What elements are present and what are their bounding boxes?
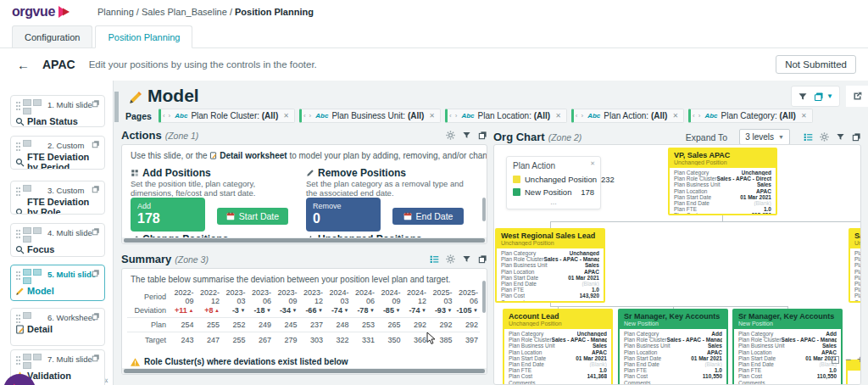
chevron-down-icon[interactable]: ▼ — [826, 92, 833, 100]
copy-icon[interactable] — [92, 227, 100, 236]
prev-page-icon[interactable]: ‹ — [449, 112, 452, 120]
drag-handle-icon[interactable] — [16, 142, 18, 144]
next-page-icon[interactable]: › — [455, 112, 458, 120]
breadcrumb-segment[interactable]: Planning — [97, 7, 134, 17]
back-arrow-icon[interactable]: ← — [17, 58, 30, 72]
org-position-card[interactable]: Sr Manager, Key AccountsNew PositionPlan… — [618, 309, 728, 385]
org-card-field: Plan CategoryUnchanged — [509, 331, 607, 337]
page-filter-plan-action-[interactable]: ‹›AbcPlan Action: (All)✕ — [571, 109, 684, 123]
end-date-button[interactable]: End Date — [392, 208, 464, 225]
org-position-card[interactable]: VP, Sales APACUnchanged PositionPlan Cat… — [668, 148, 777, 215]
next-page-icon[interactable]: › — [581, 112, 584, 120]
close-icon[interactable]: ✕ — [672, 112, 678, 120]
summary-cell: 254 — [168, 321, 194, 329]
sidebar-slide-focus[interactable]: 4. Multi slideFocus — [10, 223, 105, 257]
org-position-card[interactable]: West Regional Sales LeadUnchanged Positi… — [495, 228, 605, 303]
expand-levels-dropdown[interactable]: 3 levels▼ — [739, 129, 790, 145]
org-card-field: Plan Start Date01 Mar 2021 — [738, 355, 837, 361]
gear-icon[interactable] — [820, 132, 829, 142]
copy-icon[interactable] — [92, 99, 100, 108]
drag-handle-icon[interactable] — [16, 315, 18, 316]
org-card-field: Plan Cost143,920 — [501, 293, 599, 299]
legend-item[interactable]: Unchanged Position232 — [513, 175, 594, 184]
filter-icon[interactable] — [836, 132, 845, 142]
deviation-down-icon: ▼ — [471, 308, 478, 313]
filter-icon[interactable] — [462, 254, 471, 264]
close-icon[interactable]: ✕ — [429, 112, 435, 120]
status-badge[interactable]: Not Submitted — [776, 55, 856, 74]
page-filter-plan-location-[interactable]: ‹›AbcPlan Location: (All)✕ — [445, 109, 567, 123]
list-icon[interactable] — [430, 254, 439, 264]
org-card-header: West Regional Sales LeadUnchanged Positi… — [497, 230, 604, 248]
drag-handle-icon[interactable] — [16, 187, 18, 189]
breadcrumb-segment[interactable]: Sales Plan_Baseline — [142, 7, 227, 17]
export-button[interactable] — [846, 86, 868, 107]
zoom-in-button[interactable]: + — [857, 355, 861, 364]
sidebar-slide-fte-deviation-by-role-clusters[interactable]: 3. CustomFTE Deviation by Role Clusters — [10, 181, 105, 215]
next-page-icon[interactable]: › — [169, 112, 171, 120]
prev-page-icon[interactable]: ‹ — [163, 112, 165, 120]
summary-row-plan: Plan254255252249245237248253265292292292 — [127, 318, 480, 332]
copy-icon[interactable] — [478, 254, 487, 264]
prev-page-icon[interactable]: ‹ — [693, 112, 695, 120]
org-position-card[interactable]: Sr Manager, Key AccountsNew PositionPlan… — [732, 309, 843, 385]
close-icon[interactable]: ✕ — [555, 112, 561, 120]
sidebar-slide-plan-status[interactable]: 1. Multi slidePlan Status — [10, 95, 105, 127]
summary-cell: 2023-12 — [298, 288, 324, 305]
orgvue-logo[interactable]: orgvue — [12, 4, 70, 20]
gear-icon[interactable] — [446, 254, 455, 264]
close-icon[interactable]: ✕ — [590, 160, 595, 167]
sidebar-slide-model[interactable]: 5. Multi slideModel — [10, 265, 105, 301]
horizontal-scrollbar[interactable] — [122, 368, 487, 374]
detail-worksheet-link[interactable]: Detail worksheet — [220, 151, 287, 160]
horizontal-scrollbar[interactable] — [122, 237, 487, 243]
close-icon[interactable]: ✕ — [283, 112, 289, 120]
summary-cell: -18 ▼ — [246, 306, 272, 315]
copy-icon[interactable] — [92, 269, 100, 277]
tab-configuration[interactable]: Configuration — [12, 25, 92, 47]
close-icon[interactable]: ✕ — [801, 112, 807, 120]
page-filter-plan-role-cluster-[interactable]: ‹›AbcPlan Role Cluster: (All)✕ — [159, 109, 295, 123]
slides-layers-icon[interactable] — [814, 92, 824, 102]
next-page-icon[interactable]: › — [698, 112, 701, 120]
org-position-card[interactable]: Account LeadUnchanged PositionPlan Categ… — [503, 309, 613, 385]
gear-icon[interactable] — [446, 131, 455, 140]
vertical-scrollbar[interactable] — [482, 281, 486, 313]
legend-item[interactable]: New Position178 — [513, 187, 594, 197]
sidebar-slide-detail[interactable]: 6. WorksheetDetail — [10, 308, 105, 346]
page-filter-plan-business-unit-[interactable]: ‹›AbcPlan Business Unit: (All)✕ — [299, 109, 441, 123]
summary-cell: 255 — [220, 336, 246, 344]
copy-icon[interactable] — [92, 312, 100, 321]
drag-handle-icon[interactable] — [16, 230, 18, 232]
drag-handle-icon[interactable] — [16, 102, 18, 103]
copy-icon[interactable] — [92, 185, 100, 193]
next-page-icon[interactable]: › — [309, 112, 312, 120]
prev-page-icon[interactable]: ‹ — [303, 112, 306, 120]
start-date-button[interactable]: Start Date — [217, 208, 288, 225]
org-position-card[interactable]: SalesUnchangedPlan CategoryPlan Role Clu… — [849, 228, 861, 303]
slide-title-row: Focus — [15, 244, 100, 254]
tab-position-planning[interactable]: Position Planning — [95, 25, 192, 48]
drag-handle-icon[interactable] — [16, 271, 18, 273]
legend-more[interactable]: ... — [513, 200, 594, 207]
scroll-accent-bar[interactable] — [114, 92, 119, 122]
vertical-scrollbar[interactable] — [482, 198, 486, 221]
drag-handle-icon[interactable] — [16, 356, 18, 358]
field-label: Plan Role Cluster — [738, 337, 782, 343]
breadcrumb-segment[interactable]: Position Planning — [235, 7, 314, 17]
fit-view-icon[interactable] — [832, 356, 839, 364]
prev-page-icon[interactable]: ‹ — [576, 112, 578, 120]
breadcrumb[interactable]: Planning / Sales Plan_Baseline / Positio… — [97, 7, 314, 17]
org-card-field: Plan FTE — [854, 287, 861, 293]
copy-icon[interactable] — [852, 132, 861, 142]
copy-icon[interactable] — [478, 131, 487, 140]
zoom-out-button[interactable]: − — [845, 355, 851, 364]
copy-icon[interactable] — [92, 140, 100, 148]
sidebar-slide-fte-deviation-by-period[interactable]: 2. CustomFTE Deviation by Period — [10, 136, 105, 170]
list-icon[interactable] — [804, 132, 813, 142]
summary-cell: 350 — [375, 336, 401, 344]
filter-icon[interactable] — [462, 131, 471, 140]
page-filter-plan-category-[interactable]: ‹›AbcPlan Category: (All)✕ — [688, 109, 813, 123]
filter-icon[interactable] — [798, 92, 808, 102]
copy-icon[interactable] — [92, 354, 100, 362]
